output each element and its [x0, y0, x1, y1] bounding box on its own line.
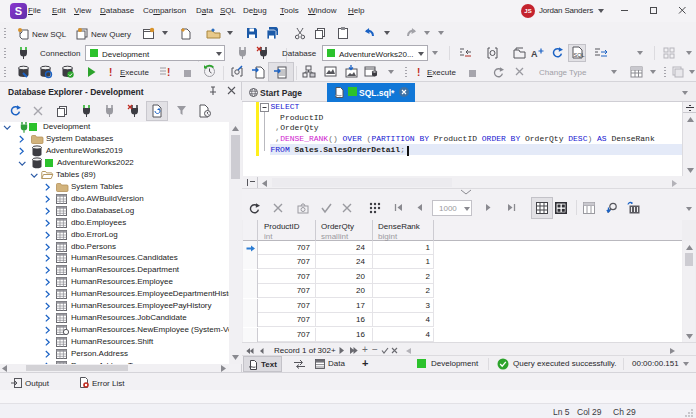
svg-text:!: ! — [167, 67, 170, 78]
svg-text:SQL: SQL — [574, 52, 585, 58]
svg-text:A: A — [531, 49, 538, 59]
